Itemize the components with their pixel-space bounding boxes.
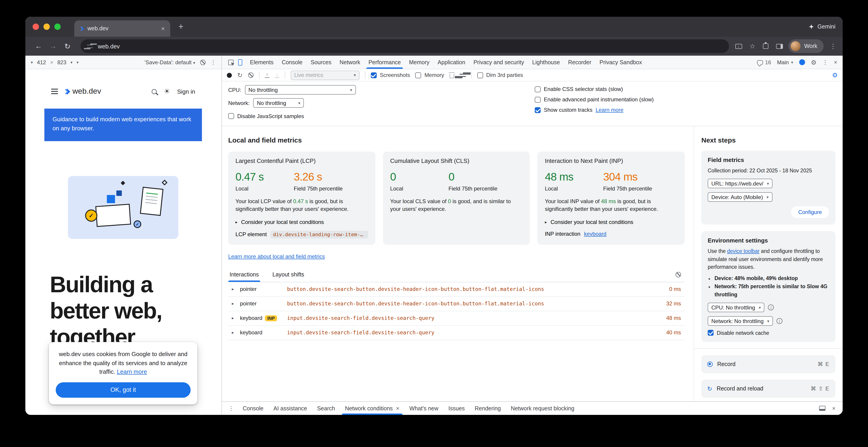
cookie-learn-more-link[interactable]: Learn more [117,368,147,375]
drawer-tab-search[interactable]: Search [312,402,340,415]
bookmark-star-icon[interactable]: ☆ [750,42,755,50]
interaction-target[interactable]: button.devsite-search-button.devsite-hea… [287,286,660,293]
row-caret-icon[interactable]: ▸ [232,316,236,320]
disable-js-samples-checkbox-box[interactable] [228,113,234,119]
drawer-tab-network-request-blocking[interactable]: Network request blocking [506,402,579,415]
field-device-select[interactable]: Device: Auto (Mobile) ▾ [708,193,772,202]
record-reload-icon[interactable]: ↻ [237,71,243,79]
drawer-tab-ai-assistance[interactable]: AI assistance [269,402,312,415]
interaction-target[interactable]: input.devsite-search-field.devsite-searc… [287,315,657,321]
forward-button[interactable]: → [46,42,60,50]
interaction-target[interactable]: button.devsite-search-button.devsite-hea… [287,301,657,307]
metrics-learn-more-link[interactable]: Learn more about local and field metrics [228,253,325,260]
site-search-icon[interactable] [152,89,157,94]
network-info-icon[interactable]: i [777,318,782,324]
save-profile-icon[interactable]: ↓ [275,72,279,78]
devtools-close-icon[interactable]: × [834,59,837,65]
paint-instrumentation-checkbox[interactable]: Enable advanced paint instrumentation (s… [535,96,654,103]
history-select[interactable]: Live metrics ▾ [290,70,359,80]
network-throttling-select[interactable]: No throttling ▾ [253,98,304,108]
tab-close-icon[interactable]: × [161,25,165,32]
configure-button[interactable]: Configure [791,207,829,218]
record-button[interactable]: Record ⌘ E [701,355,835,374]
device-toolbar-menu-icon[interactable]: ⋮ [211,59,216,65]
dim-3rd-parties-checkbox-box[interactable] [477,72,483,78]
drawer-tab-whats-new[interactable]: What's new [404,402,443,415]
custom-tracks-learn-more-link[interactable]: Learn more [596,107,623,113]
memory-checkbox[interactable]: Memory [415,72,444,78]
viewport-width-field[interactable]: 412 [37,59,46,65]
tab-network[interactable]: Network [336,56,365,69]
site-logo[interactable]: web.dev [64,87,101,96]
drawer-dock-icon[interactable] [819,406,825,411]
console-messages-button[interactable]: 16 [757,59,771,65]
screenshots-checkbox-box[interactable] [371,72,376,78]
tab-privacy-security[interactable]: Privacy and security [469,56,528,69]
drawer-tab-console[interactable]: Console [238,402,269,415]
garbage-collect-icon[interactable] [450,73,454,78]
address-bar[interactable]: web.dev [81,39,729,53]
side-panel-icon[interactable] [776,44,783,48]
browser-tab[interactable]: web.dev × [74,20,170,37]
field-url-select[interactable]: URL: https://web.dev/ ▾ [708,179,773,188]
record-and-reload-button[interactable]: ↻ Record and reload ⌘ ⇧ E [701,380,835,398]
screenshots-checkbox[interactable]: Screenshots [371,72,410,78]
tab-application[interactable]: Application [434,56,469,69]
reload-button[interactable]: ↻ [61,42,74,50]
dimensions-preset-caret-icon[interactable]: ▾ [31,60,33,65]
disable-cache-checkbox[interactable]: Disable network cache [708,330,769,336]
tab-recorder[interactable]: Recorder [564,56,595,69]
browser-menu-icon[interactable]: ⋮ [830,42,836,50]
tab-interactions[interactable]: Interactions [228,267,260,282]
custom-tracks-checkbox[interactable]: Show custom tracks Learn more [535,107,654,113]
env-cpu-select[interactable]: CPU: No throttling ▾ [708,303,764,312]
disable-js-samples-checkbox[interactable]: Disable JavaScript samples [228,113,304,119]
tab-layout-shifts[interactable]: Layout shifts [271,267,305,282]
throttling-block-icon[interactable] [200,60,206,65]
env-network-select[interactable]: Network: No throttling ▾ [708,316,773,326]
cookie-accept-button[interactable]: OK, got it [56,382,191,398]
site-controls-icon[interactable] [87,44,93,48]
tab-console[interactable]: Console [278,56,307,69]
paint-instrumentation-checkbox-box[interactable] [535,97,540,102]
close-window-button[interactable] [33,24,39,30]
tab-memory[interactable]: Memory [405,56,434,69]
inp-test-conditions-expander[interactable]: ▸ Consider your local test conditions [545,219,677,225]
profile-button[interactable]: Work [788,39,824,53]
hamburger-menu-icon[interactable] [51,89,58,94]
zoom-caret-icon[interactable]: ▾ [70,60,72,65]
inp-interaction-link[interactable]: keyboard [584,231,607,237]
load-profile-icon[interactable]: ↑ [265,72,269,78]
tab-elements[interactable]: Elements [246,56,278,69]
viewport-height-field[interactable]: 823 [57,59,66,65]
dim-3rd-parties-checkbox[interactable]: Dim 3rd parties [477,72,523,78]
memory-checkbox-box[interactable] [415,72,421,78]
interaction-row[interactable]: ▸ pointer button.devsite-search-button.d… [228,297,685,311]
css-selector-stats-checkbox-box[interactable] [535,86,540,92]
dpr-caret-icon[interactable]: ▾ [76,60,79,65]
cpu-info-icon[interactable]: i [768,305,774,311]
device-toolbar-toggle-icon[interactable] [238,59,242,65]
custom-tracks-checkbox-box[interactable] [535,107,540,113]
clear-log-icon[interactable] [676,272,681,277]
gemini-button[interactable]: Gemini [809,24,835,30]
inspect-element-icon[interactable] [228,60,234,65]
interaction-row[interactable]: ▸ pointer button.devsite-search-button.d… [228,282,685,297]
drawer-close-icon[interactable]: × [832,405,835,411]
install-icon[interactable]: ↓ [735,44,742,48]
tab-lighthouse[interactable]: Lighthouse [528,56,564,69]
tab-performance[interactable]: Performance [364,56,405,69]
clear-recording-icon[interactable] [248,72,253,78]
devtools-settings-gear-icon[interactable]: ⚙ [811,59,816,66]
new-tab-button[interactable]: + [178,22,183,32]
record-icon[interactable] [227,73,232,78]
tab-privacy-sandbox[interactable]: Privacy Sandbox [595,56,646,69]
zoom-window-button[interactable] [54,24,61,30]
extensions-puzzle-icon[interactable] [763,43,768,49]
interaction-target[interactable]: input.devsite-search-field.devsite-searc… [287,330,657,336]
drawer-tab-rendering[interactable]: Rendering [470,402,506,415]
css-selector-stats-checkbox[interactable]: Enable CSS selector stats (slow) [535,86,654,92]
row-caret-icon[interactable]: ▸ [232,331,236,335]
theme-toggle-icon[interactable]: ☀ [164,87,170,96]
drawer-menu-icon[interactable]: ⋮ [225,405,238,412]
